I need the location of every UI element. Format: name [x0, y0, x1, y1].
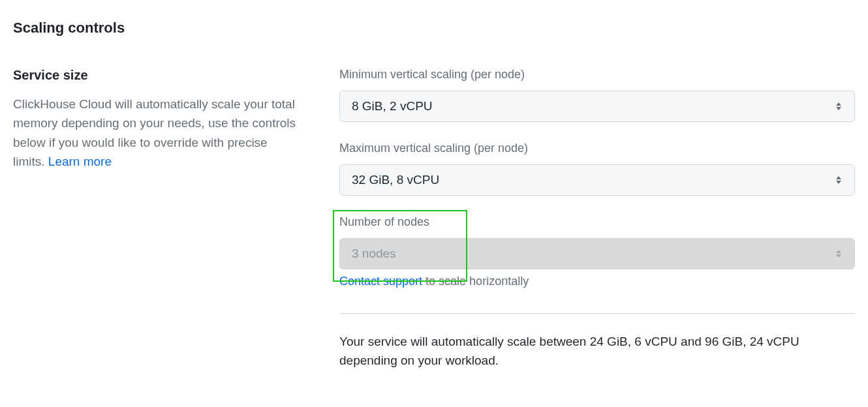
service-size-description: ClickHouse Cloud will automatically scal…	[13, 95, 300, 172]
nodes-value: 3 nodes	[352, 247, 396, 261]
section-title: Scaling controls	[13, 20, 855, 37]
divider	[339, 313, 855, 314]
contact-support-link[interactable]: Contact support	[339, 275, 422, 288]
updown-icon	[835, 174, 843, 186]
updown-icon	[835, 248, 843, 260]
scaling-summary: Your service will automatically scale be…	[339, 332, 855, 370]
nodes-select: 3 nodes	[339, 238, 855, 269]
max-scaling-select[interactable]: 32 GiB, 8 vCPU	[339, 164, 855, 196]
min-scaling-value: 8 GiB, 2 vCPU	[352, 99, 433, 113]
updown-icon	[835, 100, 843, 112]
contact-hint: Contact support to scale horizontally	[339, 275, 855, 288]
service-size-title: Service size	[13, 68, 300, 83]
max-scaling-label: Maximum vertical scaling (per node)	[339, 142, 855, 155]
learn-more-link[interactable]: Learn more	[48, 155, 112, 168]
nodes-label: Number of nodes	[339, 215, 855, 229]
max-scaling-value: 32 GiB, 8 vCPU	[352, 173, 439, 187]
min-scaling-label: Minimum vertical scaling (per node)	[339, 68, 855, 82]
min-scaling-select[interactable]: 8 GiB, 2 vCPU	[339, 91, 855, 122]
